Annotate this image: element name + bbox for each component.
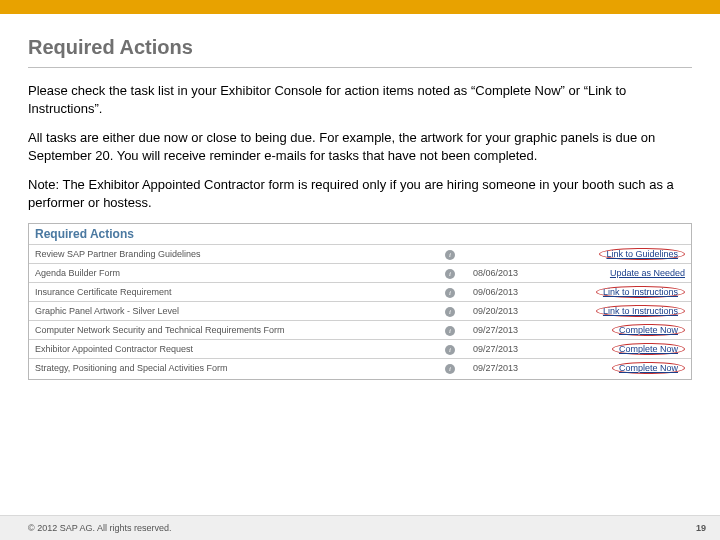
divider — [28, 67, 692, 68]
task-link-cell: Update as Needed — [559, 264, 691, 283]
paragraph-1: Please check the task list in your Exhib… — [28, 82, 692, 117]
info-icon: i — [433, 264, 467, 283]
task-row: Agenda Builder Formi08/06/2013Update as … — [29, 264, 691, 283]
page-title: Required Actions — [28, 36, 720, 59]
task-date: 09/06/2013 — [467, 283, 559, 302]
paragraph-2: All tasks are either due now or close to… — [28, 129, 692, 164]
info-icon: i — [433, 302, 467, 321]
info-icon: i — [433, 283, 467, 302]
task-name: Exhibitor Appointed Contractor Request — [29, 340, 433, 359]
task-name: Insurance Certificate Requirement — [29, 283, 433, 302]
task-link[interactable]: Link to Instructions — [603, 287, 678, 297]
task-link-cell: Link to Guidelines — [559, 245, 691, 264]
task-name: Review SAP Partner Branding Guidelines — [29, 245, 433, 264]
highlight-circle: Complete Now — [612, 362, 685, 374]
task-row: Review SAP Partner Branding GuidelinesiL… — [29, 245, 691, 264]
footer: © 2012 SAP AG. All rights reserved. 19 — [0, 515, 720, 540]
page-number: 19 — [696, 523, 706, 533]
task-row: Strategy, Positioning and Special Activi… — [29, 359, 691, 378]
copyright: © 2012 SAP AG. All rights reserved. — [28, 523, 172, 533]
info-icon: i — [433, 321, 467, 340]
highlight-circle: Link to Instructions — [596, 305, 685, 317]
task-date: 09/27/2013 — [467, 321, 559, 340]
brand-top-bar — [0, 0, 720, 14]
task-link[interactable]: Link to Guidelines — [606, 249, 678, 259]
task-link[interactable]: Complete Now — [619, 344, 678, 354]
task-row: Graphic Panel Artwork - Silver Leveli09/… — [29, 302, 691, 321]
task-link[interactable]: Complete Now — [619, 325, 678, 335]
paragraph-3: Note: The Exhibitor Appointed Contractor… — [28, 176, 692, 211]
task-link[interactable]: Link to Instructions — [603, 306, 678, 316]
task-row: Computer Network Security and Technical … — [29, 321, 691, 340]
task-link[interactable]: Complete Now — [619, 363, 678, 373]
task-date: 08/06/2013 — [467, 264, 559, 283]
task-link[interactable]: Update as Needed — [610, 268, 685, 278]
task-name: Computer Network Security and Technical … — [29, 321, 433, 340]
task-date — [467, 245, 559, 264]
highlight-circle: Complete Now — [612, 343, 685, 355]
highlight-circle: Complete Now — [612, 324, 685, 336]
info-icon: i — [433, 245, 467, 264]
task-date: 09/20/2013 — [467, 302, 559, 321]
task-name: Graphic Panel Artwork - Silver Level — [29, 302, 433, 321]
task-table: Review SAP Partner Branding GuidelinesiL… — [29, 244, 691, 377]
task-date: 09/27/2013 — [467, 359, 559, 378]
console-screenshot: Required Actions Review SAP Partner Bran… — [28, 223, 692, 380]
task-name: Agenda Builder Form — [29, 264, 433, 283]
task-link-cell: Link to Instructions — [559, 283, 691, 302]
task-name: Strategy, Positioning and Special Activi… — [29, 359, 433, 378]
task-row: Exhibitor Appointed Contractor Requesti0… — [29, 340, 691, 359]
task-date: 09/27/2013 — [467, 340, 559, 359]
info-icon: i — [433, 359, 467, 378]
body-text: Please check the task list in your Exhib… — [28, 82, 692, 211]
info-icon: i — [433, 340, 467, 359]
highlight-circle: Link to Instructions — [596, 286, 685, 298]
highlight-circle: Link to Guidelines — [599, 248, 685, 260]
task-link-cell: Link to Instructions — [559, 302, 691, 321]
task-row: Insurance Certificate Requirementi09/06/… — [29, 283, 691, 302]
screenshot-heading: Required Actions — [29, 224, 691, 244]
task-link-cell: Complete Now — [559, 359, 691, 378]
task-link-cell: Complete Now — [559, 321, 691, 340]
task-link-cell: Complete Now — [559, 340, 691, 359]
